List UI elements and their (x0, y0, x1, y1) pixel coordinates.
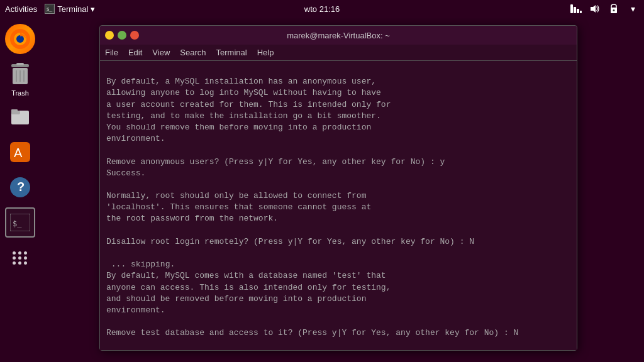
svg-text:$_: $_ (13, 219, 22, 228)
terminal-indicator[interactable]: $_ Terminal ▾ (45, 4, 95, 14)
power-icon[interactable] (608, 3, 620, 15)
svg-rect-2 (570, 4, 573, 13)
topbar-right: ▾ (570, 3, 639, 15)
menu-view[interactable]: View (152, 48, 170, 57)
topbar: Activities $_ Terminal ▾ wto 21:16 (0, 0, 644, 18)
window-close-button[interactable] (130, 31, 139, 40)
svg-marker-6 (591, 5, 596, 13)
menu-help[interactable]: Help (257, 48, 274, 57)
terminal-menu-bar: File Edit View Search Terminal Help (100, 45, 577, 61)
terminal-titlebar: marek@marek-VirtualBox: ~ (100, 26, 577, 45)
svg-rect-4 (577, 9, 579, 13)
trash-icon (5, 59, 35, 89)
terminal-content[interactable]: By default, a MySQL installation has an … (100, 61, 577, 350)
dock: Trash A ? $_ (0, 18, 40, 362)
terminal-dropdown-arrow: ▾ (91, 4, 95, 14)
svg-rect-20 (11, 109, 18, 112)
dock-icon-software[interactable]: A (5, 137, 35, 167)
svg-text:?: ? (17, 180, 25, 194)
menu-edit[interactable]: Edit (128, 48, 142, 57)
dock-icon-help[interactable]: ? (5, 172, 35, 202)
svg-rect-5 (580, 11, 582, 13)
dock-icon-apps-grid[interactable] (5, 243, 35, 273)
svg-text:$_: $_ (47, 7, 52, 12)
network-icon[interactable] (570, 3, 582, 15)
menu-file[interactable]: File (105, 48, 118, 57)
terminal-window-title: marek@marek-VirtualBox: ~ (99, 31, 577, 40)
sound-icon[interactable] (589, 3, 601, 15)
menu-terminal[interactable]: Terminal (216, 48, 247, 57)
apps-grid-dots (13, 251, 28, 265)
dock-icon-firefox[interactable] (5, 24, 35, 54)
dock-trash[interactable]: Trash (5, 59, 35, 97)
window-minimize-button[interactable] (105, 31, 114, 40)
svg-text:A: A (14, 146, 23, 160)
activities-button[interactable]: Activities (5, 4, 37, 14)
window-maximize-button[interactable] (118, 31, 126, 40)
svg-point-8 (613, 9, 615, 11)
dock-icon-terminal[interactable]: $_ (5, 207, 35, 238)
dock-icon-files[interactable] (5, 102, 35, 132)
menu-search[interactable]: Search (180, 48, 206, 57)
svg-rect-3 (574, 7, 576, 13)
trash-label: Trash (11, 89, 29, 97)
svg-rect-13 (16, 63, 24, 65)
window-buttons (105, 31, 139, 40)
terminal-taskbar-icon: $_ (45, 4, 55, 14)
terminal-output: By default, a MySQL installation has an … (106, 77, 518, 350)
terminal-taskbar-label: Terminal (57, 4, 88, 14)
terminal-window: marek@marek-VirtualBox: ~ File Edit View… (99, 25, 577, 351)
settings-arrow[interactable]: ▾ (626, 3, 639, 15)
topbar-left: Activities $_ Terminal ▾ (5, 4, 95, 14)
topbar-clock: wto 21:16 (304, 4, 340, 14)
